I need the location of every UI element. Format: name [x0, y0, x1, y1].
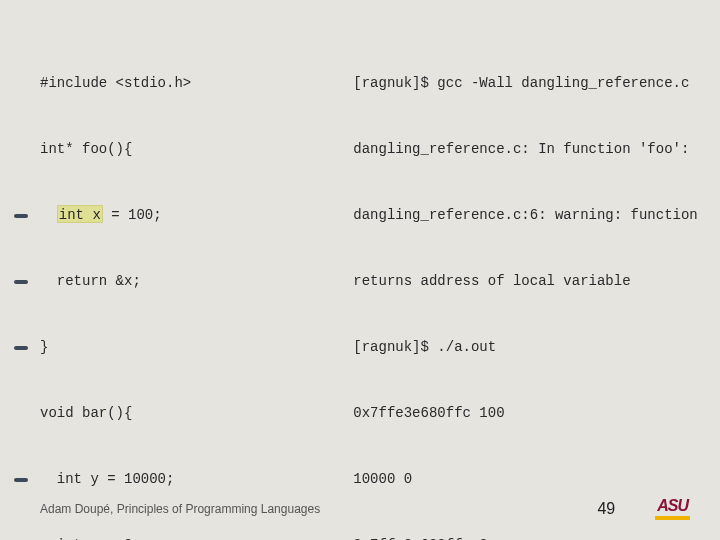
bullet-icon [14, 280, 28, 284]
code-text: = 100; [103, 207, 162, 223]
code-text: return &x; [40, 273, 141, 289]
code-line: } [40, 336, 333, 358]
content-columns: #include <stdio.h> int* foo(){ int x = 1… [40, 28, 690, 540]
page-number: 49 [597, 500, 615, 518]
asu-logo: ASU [655, 497, 690, 520]
code-text: int* foo(){ [40, 141, 132, 157]
code-block: #include <stdio.h> int* foo(){ int x = 1… [40, 28, 333, 540]
footer-credit: Adam Doupé, Principles of Programming La… [40, 502, 320, 516]
terminal-line: dangling_reference.c: In function 'foo': [353, 138, 697, 160]
terminal-line: dangling_reference.c:6: warning: functio… [353, 204, 697, 226]
code-line: return &x; [40, 270, 333, 292]
bullet-icon [14, 478, 28, 482]
terminal-line: 0x7ffe3e680ffc 100 [353, 402, 697, 424]
code-line: int x = 100; [40, 204, 333, 226]
terminal-line: [ragnuk]$ ./a.out [353, 336, 697, 358]
code-line: int y = 10000; [40, 468, 333, 490]
terminal-line: returns address of local variable [353, 270, 697, 292]
bullet-icon [14, 346, 28, 350]
terminal-line: 0x7ffe3e680ffc 0 [353, 534, 697, 540]
footer-right: 49 ASU [597, 497, 690, 520]
terminal-line: 10000 0 [353, 468, 697, 490]
code-text: #include <stdio.h> [40, 75, 191, 91]
footer: Adam Doupé, Principles of Programming La… [40, 497, 690, 520]
terminal-line: [ragnuk]$ gcc -Wall dangling_reference.c [353, 72, 697, 94]
highlight: int x [57, 205, 103, 223]
terminal-output: [ragnuk]$ gcc -Wall dangling_reference.c… [353, 28, 697, 540]
code-text: } [40, 339, 48, 355]
code-line: int* foo(){ [40, 138, 333, 160]
code-text: int y = 10000; [40, 471, 174, 487]
code-line: #include <stdio.h> [40, 72, 333, 94]
code-text: void bar(){ [40, 405, 132, 421]
code-line: int z = 0; [40, 534, 333, 540]
bullet-icon [14, 214, 28, 218]
code-line: void bar(){ [40, 402, 333, 424]
code-text [40, 207, 57, 223]
slide: #include <stdio.h> int* foo(){ int x = 1… [0, 0, 720, 540]
